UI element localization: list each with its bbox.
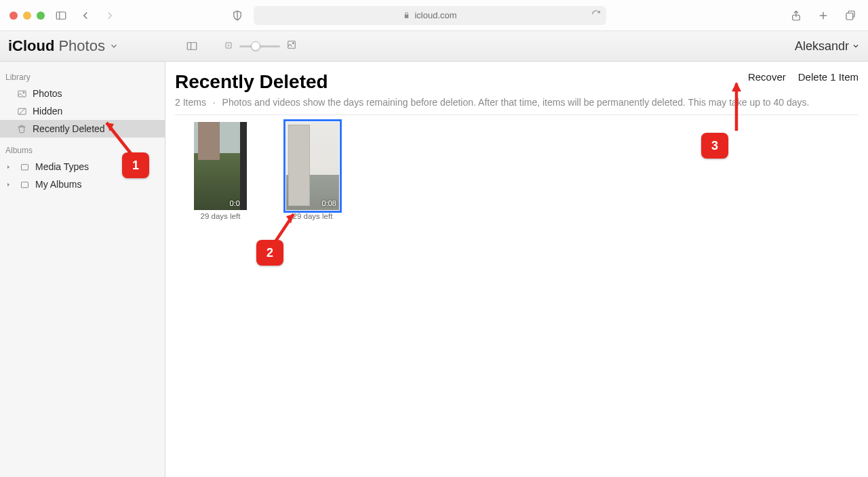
content-area: Recently Deleted Recover Delete 1 Item 2… [165,62,868,477]
sidebar-section-library: Library [0,70,165,85]
svg-rect-7 [187,43,197,50]
folder-icon [19,179,30,190]
annotation-badge-3: 3 [701,133,728,159]
content-subtext: 2 Items · Photos and videos show the day… [175,97,859,108]
sidebar-item-hidden[interactable]: Hidden [0,102,165,120]
chevron-down-icon [109,37,119,55]
sidebar-item-recently-deleted[interactable]: Recently Deleted [0,120,165,138]
annotation-badge-2: 2 [256,240,283,266]
sidebar-item-label: Photos [33,88,62,99]
thumbnail-size-control [224,40,296,52]
size-slider[interactable] [239,45,280,47]
user-name: Aleksandr [795,39,849,54]
user-menu[interactable]: Aleksandr [795,39,860,54]
video-duration: 0:08 [322,199,336,207]
svg-rect-6 [846,13,853,20]
sidebar: Library Photos Hidden Recently Deleted A… [0,62,165,477]
minimize-window-button[interactable] [23,12,31,20]
annotation-arrow-3 [708,77,749,140]
svg-line-16 [19,108,25,115]
annotation-badge-1: 1 [122,152,149,178]
sidebar-toggle-icon[interactable] [53,7,69,24]
tab-overview-icon[interactable] [842,7,859,24]
svg-rect-13 [18,91,25,97]
video-duration: 0:09 [230,199,244,207]
svg-rect-11 [288,41,296,49]
svg-marker-27 [732,82,741,91]
app-title-main: Photos [58,37,105,55]
thumbnail-item[interactable]: 0:08 29 days left [286,122,339,220]
app-title[interactable]: iCloud Photos [8,37,119,55]
close-window-button[interactable] [9,12,18,20]
video-thumbnail[interactable]: 0:09 [194,122,247,210]
sidebar-item-label: Media Types [35,161,89,172]
recover-button[interactable]: Recover [748,71,786,83]
slider-knob[interactable] [251,41,260,51]
sidebar-item-label: My Albums [35,179,81,190]
new-tab-icon[interactable] [815,7,831,24]
folder-icon [19,161,30,172]
chevron-down-icon [852,42,860,50]
lock-icon [403,12,410,19]
video-thumbnail[interactable]: 0:08 [286,122,339,210]
svg-point-14 [23,91,24,93]
forward-button[interactable] [102,7,118,24]
maximize-window-button[interactable] [37,12,45,20]
svg-rect-21 [21,182,28,187]
svg-point-12 [292,43,294,44]
photos-icon [16,88,27,99]
thumbnail-caption: 29 days left [201,212,241,220]
svg-marker-20 [7,183,9,186]
hidden-icon [16,106,27,117]
browser-toolbar: icloud.com [0,0,868,31]
address-bar-text: icloud.com [414,10,456,20]
shield-icon[interactable] [229,7,245,24]
svg-rect-19 [21,164,28,169]
sidebar-item-label: Hidden [33,106,62,117]
thumbnail-item[interactable]: 0:09 29 days left [194,122,247,220]
sidebar-item-label: Recently Deleted [33,123,105,134]
window-traffic-lights [9,12,45,20]
main-area: Library Photos Hidden Recently Deleted A… [0,62,868,477]
share-icon[interactable] [788,7,804,24]
address-bar[interactable]: icloud.com [254,6,606,25]
item-count: 2 Items [175,97,206,108]
disclosure-triangle-icon[interactable] [5,179,14,190]
svg-marker-18 [7,165,9,169]
large-thumb-icon [287,40,296,52]
content-header: Recently Deleted Recover Delete 1 Item [175,71,859,93]
back-button[interactable] [77,7,94,24]
disclosure-triangle-icon[interactable] [5,161,14,172]
page-title: Recently Deleted [175,71,328,93]
svg-rect-0 [56,12,66,19]
small-thumb-icon [224,40,233,52]
trash-icon [16,123,27,134]
reload-icon[interactable] [591,9,601,21]
app-header: iCloud Photos Aleksandr [0,31,868,62]
delete-button[interactable]: Delete 1 Item [798,71,859,83]
app-title-prefix: iCloud [8,37,54,55]
sidebar-item-photos[interactable]: Photos [0,85,165,102]
thumbnail-grid: 0:09 29 days left 0:08 29 days left [175,115,859,220]
svg-point-10 [228,45,229,45]
sidebar-panel-icon[interactable] [184,38,200,54]
